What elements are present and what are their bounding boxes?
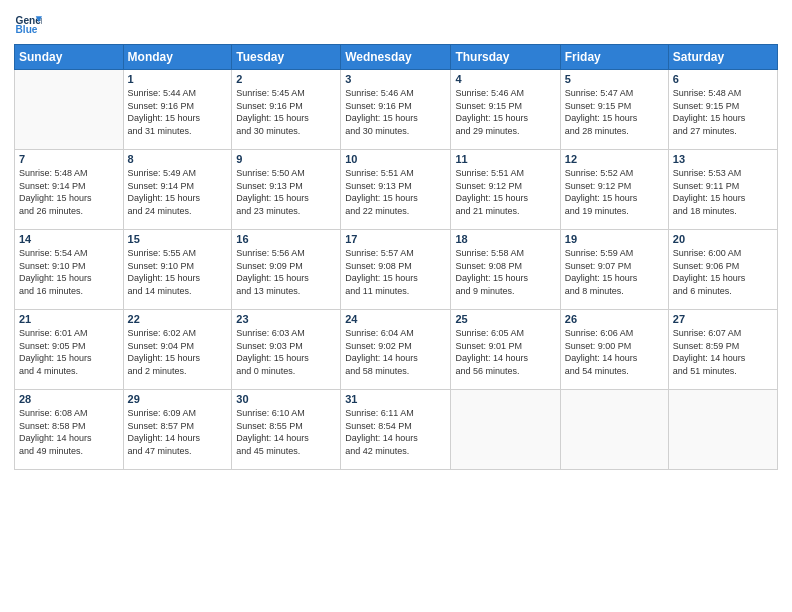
day-number: 28	[19, 393, 119, 405]
calendar-cell: 2Sunrise: 5:45 AM Sunset: 9:16 PM Daylig…	[232, 70, 341, 150]
day-number: 24	[345, 313, 446, 325]
calendar-week-row: 1Sunrise: 5:44 AM Sunset: 9:16 PM Daylig…	[15, 70, 778, 150]
calendar-cell: 6Sunrise: 5:48 AM Sunset: 9:15 PM Daylig…	[668, 70, 777, 150]
day-info: Sunrise: 5:53 AM Sunset: 9:11 PM Dayligh…	[673, 167, 773, 217]
day-number: 16	[236, 233, 336, 245]
calendar-cell: 10Sunrise: 5:51 AM Sunset: 9:13 PM Dayli…	[341, 150, 451, 230]
day-info: Sunrise: 6:07 AM Sunset: 8:59 PM Dayligh…	[673, 327, 773, 377]
day-info: Sunrise: 5:48 AM Sunset: 9:15 PM Dayligh…	[673, 87, 773, 137]
calendar-cell: 3Sunrise: 5:46 AM Sunset: 9:16 PM Daylig…	[341, 70, 451, 150]
day-info: Sunrise: 5:49 AM Sunset: 9:14 PM Dayligh…	[128, 167, 228, 217]
calendar-cell: 16Sunrise: 5:56 AM Sunset: 9:09 PM Dayli…	[232, 230, 341, 310]
day-info: Sunrise: 6:03 AM Sunset: 9:03 PM Dayligh…	[236, 327, 336, 377]
day-number: 11	[455, 153, 555, 165]
day-number: 29	[128, 393, 228, 405]
calendar-table: SundayMondayTuesdayWednesdayThursdayFrid…	[14, 44, 778, 470]
day-info: Sunrise: 5:59 AM Sunset: 9:07 PM Dayligh…	[565, 247, 664, 297]
calendar-cell	[451, 390, 560, 470]
svg-text:Blue: Blue	[16, 24, 38, 35]
day-info: Sunrise: 6:11 AM Sunset: 8:54 PM Dayligh…	[345, 407, 446, 457]
calendar-cell	[560, 390, 668, 470]
day-info: Sunrise: 5:50 AM Sunset: 9:13 PM Dayligh…	[236, 167, 336, 217]
day-info: Sunrise: 5:55 AM Sunset: 9:10 PM Dayligh…	[128, 247, 228, 297]
calendar-cell: 11Sunrise: 5:51 AM Sunset: 9:12 PM Dayli…	[451, 150, 560, 230]
day-info: Sunrise: 5:52 AM Sunset: 9:12 PM Dayligh…	[565, 167, 664, 217]
day-info: Sunrise: 5:57 AM Sunset: 9:08 PM Dayligh…	[345, 247, 446, 297]
calendar-cell: 28Sunrise: 6:08 AM Sunset: 8:58 PM Dayli…	[15, 390, 124, 470]
day-info: Sunrise: 5:47 AM Sunset: 9:15 PM Dayligh…	[565, 87, 664, 137]
day-info: Sunrise: 6:00 AM Sunset: 9:06 PM Dayligh…	[673, 247, 773, 297]
day-number: 12	[565, 153, 664, 165]
day-number: 3	[345, 73, 446, 85]
day-number: 21	[19, 313, 119, 325]
day-info: Sunrise: 5:58 AM Sunset: 9:08 PM Dayligh…	[455, 247, 555, 297]
calendar-cell: 27Sunrise: 6:07 AM Sunset: 8:59 PM Dayli…	[668, 310, 777, 390]
weekday-header-tuesday: Tuesday	[232, 45, 341, 70]
day-info: Sunrise: 5:51 AM Sunset: 9:13 PM Dayligh…	[345, 167, 446, 217]
calendar-cell: 31Sunrise: 6:11 AM Sunset: 8:54 PM Dayli…	[341, 390, 451, 470]
day-number: 2	[236, 73, 336, 85]
day-number: 19	[565, 233, 664, 245]
day-number: 26	[565, 313, 664, 325]
day-info: Sunrise: 6:02 AM Sunset: 9:04 PM Dayligh…	[128, 327, 228, 377]
day-info: Sunrise: 6:05 AM Sunset: 9:01 PM Dayligh…	[455, 327, 555, 377]
calendar-cell	[15, 70, 124, 150]
day-info: Sunrise: 6:01 AM Sunset: 9:05 PM Dayligh…	[19, 327, 119, 377]
day-number: 17	[345, 233, 446, 245]
calendar-cell: 8Sunrise: 5:49 AM Sunset: 9:14 PM Daylig…	[123, 150, 232, 230]
day-info: Sunrise: 5:54 AM Sunset: 9:10 PM Dayligh…	[19, 247, 119, 297]
day-number: 15	[128, 233, 228, 245]
day-number: 13	[673, 153, 773, 165]
calendar-week-row: 7Sunrise: 5:48 AM Sunset: 9:14 PM Daylig…	[15, 150, 778, 230]
weekday-header-wednesday: Wednesday	[341, 45, 451, 70]
day-number: 20	[673, 233, 773, 245]
calendar-cell: 21Sunrise: 6:01 AM Sunset: 9:05 PM Dayli…	[15, 310, 124, 390]
calendar-cell: 25Sunrise: 6:05 AM Sunset: 9:01 PM Dayli…	[451, 310, 560, 390]
weekday-header-friday: Friday	[560, 45, 668, 70]
calendar-cell: 22Sunrise: 6:02 AM Sunset: 9:04 PM Dayli…	[123, 310, 232, 390]
calendar-cell: 23Sunrise: 6:03 AM Sunset: 9:03 PM Dayli…	[232, 310, 341, 390]
day-info: Sunrise: 6:04 AM Sunset: 9:02 PM Dayligh…	[345, 327, 446, 377]
weekday-header-saturday: Saturday	[668, 45, 777, 70]
day-number: 6	[673, 73, 773, 85]
calendar-cell: 18Sunrise: 5:58 AM Sunset: 9:08 PM Dayli…	[451, 230, 560, 310]
day-info: Sunrise: 5:51 AM Sunset: 9:12 PM Dayligh…	[455, 167, 555, 217]
day-number: 4	[455, 73, 555, 85]
calendar-cell: 4Sunrise: 5:46 AM Sunset: 9:15 PM Daylig…	[451, 70, 560, 150]
calendar-week-row: 28Sunrise: 6:08 AM Sunset: 8:58 PM Dayli…	[15, 390, 778, 470]
day-number: 30	[236, 393, 336, 405]
logo-icon: General Blue	[14, 10, 42, 38]
day-number: 27	[673, 313, 773, 325]
day-info: Sunrise: 6:08 AM Sunset: 8:58 PM Dayligh…	[19, 407, 119, 457]
day-number: 23	[236, 313, 336, 325]
weekday-header-sunday: Sunday	[15, 45, 124, 70]
calendar-cell	[668, 390, 777, 470]
calendar-week-row: 14Sunrise: 5:54 AM Sunset: 9:10 PM Dayli…	[15, 230, 778, 310]
day-number: 9	[236, 153, 336, 165]
day-info: Sunrise: 5:45 AM Sunset: 9:16 PM Dayligh…	[236, 87, 336, 137]
calendar-cell: 24Sunrise: 6:04 AM Sunset: 9:02 PM Dayli…	[341, 310, 451, 390]
calendar-cell: 7Sunrise: 5:48 AM Sunset: 9:14 PM Daylig…	[15, 150, 124, 230]
day-info: Sunrise: 6:06 AM Sunset: 9:00 PM Dayligh…	[565, 327, 664, 377]
calendar-cell: 29Sunrise: 6:09 AM Sunset: 8:57 PM Dayli…	[123, 390, 232, 470]
day-number: 1	[128, 73, 228, 85]
calendar-cell: 12Sunrise: 5:52 AM Sunset: 9:12 PM Dayli…	[560, 150, 668, 230]
weekday-header-thursday: Thursday	[451, 45, 560, 70]
calendar-cell: 30Sunrise: 6:10 AM Sunset: 8:55 PM Dayli…	[232, 390, 341, 470]
logo: General Blue	[14, 10, 42, 38]
weekday-header-row: SundayMondayTuesdayWednesdayThursdayFrid…	[15, 45, 778, 70]
calendar-cell: 20Sunrise: 6:00 AM Sunset: 9:06 PM Dayli…	[668, 230, 777, 310]
day-number: 14	[19, 233, 119, 245]
calendar-cell: 9Sunrise: 5:50 AM Sunset: 9:13 PM Daylig…	[232, 150, 341, 230]
calendar-week-row: 21Sunrise: 6:01 AM Sunset: 9:05 PM Dayli…	[15, 310, 778, 390]
day-info: Sunrise: 5:56 AM Sunset: 9:09 PM Dayligh…	[236, 247, 336, 297]
day-info: Sunrise: 6:10 AM Sunset: 8:55 PM Dayligh…	[236, 407, 336, 457]
calendar-cell: 5Sunrise: 5:47 AM Sunset: 9:15 PM Daylig…	[560, 70, 668, 150]
calendar-cell: 17Sunrise: 5:57 AM Sunset: 9:08 PM Dayli…	[341, 230, 451, 310]
day-info: Sunrise: 5:46 AM Sunset: 9:16 PM Dayligh…	[345, 87, 446, 137]
calendar-cell: 13Sunrise: 5:53 AM Sunset: 9:11 PM Dayli…	[668, 150, 777, 230]
day-number: 5	[565, 73, 664, 85]
calendar-cell: 19Sunrise: 5:59 AM Sunset: 9:07 PM Dayli…	[560, 230, 668, 310]
day-number: 31	[345, 393, 446, 405]
calendar-cell: 15Sunrise: 5:55 AM Sunset: 9:10 PM Dayli…	[123, 230, 232, 310]
